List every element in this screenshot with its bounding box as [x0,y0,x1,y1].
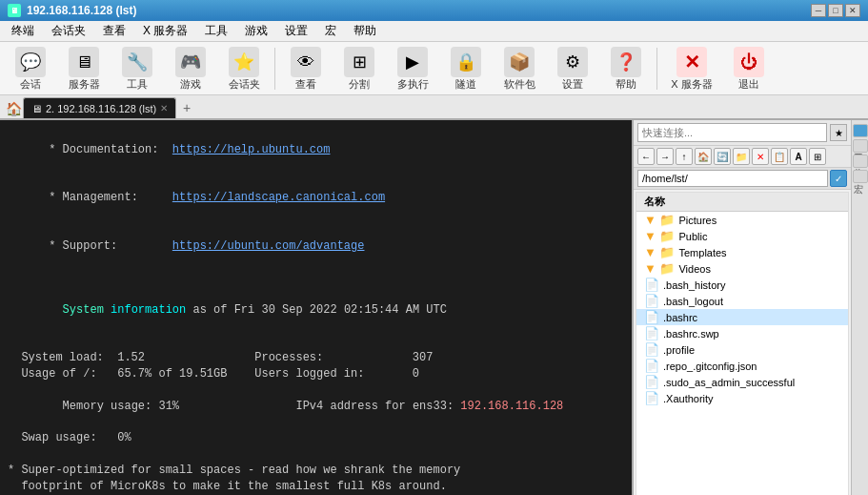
terminal-line: * Super-optimized for small spaces - rea… [8,463,624,479]
menu-tools[interactable]: 工具 [197,21,235,41]
tab-bar: 🏠 🖥 2. 192.168.116.128 (lst) ✕ + [0,95,868,120]
terminal-line: * Management: https://landscape.canonica… [8,174,624,221]
menu-games[interactable]: 游戏 [237,21,275,41]
terminal-line: Memory usage: 31% IPv4 address for ens33… [8,382,624,430]
sessionfolder-icon: ⭐ [229,47,259,77]
file-item-Pictures[interactable]: ▼ 📁 Pictures [636,212,848,228]
right-tab-sessions[interactable]: 会话夹 [853,124,868,137]
file-item-xauthority[interactable]: 📄 .Xauthority [636,390,848,406]
file-name: .bashrc.swp [663,328,840,340]
menu-terminal[interactable]: 终端 [4,21,42,41]
file-name: Pictures [678,215,840,226]
toolbar-view[interactable]: 👁 查看 [281,45,331,93]
toolbar-xserver[interactable]: ✕ X 服务器 [663,45,720,93]
file-item-gitconfig[interactable]: 📄 .repo_.gitconfig.json [636,358,848,374]
file-item-bashrc-swp[interactable]: 📄 .bashrc.swp [636,325,848,341]
toolbar-tunnel[interactable]: 🔒 隧道 [441,45,491,93]
folder-icon: ▼ 📁 [644,213,675,227]
terminal-line: Usage of /: 65.7% of 19.51GB Users logge… [8,366,624,382]
sidebar-path-go-button[interactable]: ✓ [830,170,847,187]
split-icon: ⊞ [344,47,374,77]
toolbar-sessions[interactable]: 💬 会话 [6,45,55,93]
toolbar-settings[interactable]: ⚙ 设置 [548,45,597,93]
file-item-bash-history[interactable]: 📄 .bash_history [636,277,848,293]
nav-delete-button[interactable]: ✕ [752,148,769,165]
nav-up-button[interactable]: ↑ [676,148,693,165]
tab-label: 2. 192.168.116.128 (lst) [46,103,156,114]
sessions-icon: 💬 [15,47,46,77]
nav-home-button[interactable]: 🏠 [695,148,712,165]
tools-icon: 🔧 [122,47,152,77]
toolbar-server-label: 服务器 [69,79,100,90]
menu-settings[interactable]: 设置 [277,21,315,41]
tab-close-button[interactable]: ✕ [160,103,168,113]
toolbar-split[interactable]: ⊞ 分割 [334,45,384,93]
tab-add-button[interactable]: + [176,97,197,118]
nav-newfolder-button[interactable]: 📁 [733,148,750,165]
toolbar-tools[interactable]: 🔧 工具 [112,45,162,93]
quick-connect-input[interactable] [637,123,827,142]
nav-back-button[interactable]: ← [637,148,655,165]
file-icon: 📄 [644,375,659,389]
home-tab-icon[interactable]: 🏠 [4,99,23,118]
file-item-Public[interactable]: ▼ 📁 Public [636,228,848,244]
file-item-Videos[interactable]: ▼ 📁 Videos [636,260,848,277]
toolbar-multiexec[interactable]: ▶ 多执行 [388,45,437,93]
nav-refresh-button[interactable]: 🔄 [714,148,731,165]
menu-sessions[interactable]: 会话夹 [44,21,93,41]
toolbar-tools-label: 工具 [127,79,148,90]
file-item-bashrc[interactable]: 📄 .bashrc [636,309,848,325]
toolbar-split-label: 分割 [349,79,370,90]
file-name: Public [678,231,840,242]
minimize-button[interactable]: ─ [811,4,826,17]
folder-icon: ▼ 📁 [644,261,675,276]
menu-help[interactable]: 帮助 [346,21,384,41]
nav-clipboard-button[interactable]: 📋 [771,148,788,165]
right-tab-tools[interactable]: 工具 [853,139,868,153]
file-item-bash-logout[interactable]: 📄 .bash_logout [636,293,848,309]
tab-session-1[interactable]: 🖥 2. 192.168.116.128 (lst) ✕ [23,97,176,118]
file-name: .profile [663,344,840,356]
folder-icon: ▼ 📁 [644,229,675,243]
sidebar-toolbar: ← → ↑ 🏠 🔄 📁 ✕ 📋 A ⊞ [634,146,851,168]
terminal-line [8,334,624,350]
close-button[interactable]: ✕ [845,4,860,17]
file-name: Videos [678,263,840,275]
file-icon: 📄 [644,342,659,357]
bookmark-icon[interactable]: ★ [830,124,847,141]
help-icon: ❓ [611,47,641,77]
sidebar: ★ ← → ↑ 🏠 🔄 📁 ✕ 📋 A ⊞ ✓ 名称 ▼ 📁 [632,120,851,495]
toolbar-sessions-label: 会话 [20,79,41,90]
right-tab-favorites[interactable]: 收藏 [853,155,868,168]
toolbar-quit[interactable]: ⏻ 退出 [724,45,774,93]
toolbar-packages[interactable]: 📦 软件包 [495,45,544,93]
toolbar-help[interactable]: ❓ 帮助 [601,45,651,93]
file-list-header: 名称 [636,193,848,212]
file-item-sudo[interactable]: 📄 .sudo_as_admin_successful [636,374,848,390]
sidebar-path-input[interactable] [637,170,828,187]
terminal[interactable]: * Documentation: https://help.ubuntu.com… [0,120,632,495]
right-tabs: 会话夹 工具 收藏 宏 sftp [851,120,868,495]
toolbar-help-label: 帮助 [616,79,636,90]
maximize-button[interactable]: □ [828,4,843,17]
file-item-profile[interactable]: 📄 .profile [636,341,848,358]
file-icon: 📄 [644,310,659,324]
menu-xserver[interactable]: X 服务器 [135,21,195,41]
toolbar-multiexec-label: 多执行 [397,79,429,90]
file-item-Templates[interactable]: ▼ 📁 Templates [636,244,848,260]
tab-icon: 🖥 [31,103,42,114]
terminal-line: Swap usage: 0% [8,430,624,446]
nav-view-button[interactable]: ⊞ [809,148,826,165]
terminal-line: footprint of MicroK8s to make it the sma… [8,479,624,495]
window-title: 192.168.116.128 (lst) [27,4,136,17]
menu-view[interactable]: 查看 [95,21,133,41]
nav-forward-button[interactable]: → [656,148,674,165]
right-tab-macro[interactable]: 宏 [853,170,868,183]
toolbar-server[interactable]: 🖥 服务器 [59,45,109,93]
file-name: .bash_logout [663,296,840,307]
menu-macro[interactable]: 宏 [317,21,344,41]
toolbar-sessionfolder[interactable]: ⭐ 会话夹 [219,45,269,93]
toolbar-games[interactable]: 🎮 游戏 [166,45,215,93]
nav-filter-button[interactable]: A [790,148,807,165]
toolbar-packages-label: 软件包 [504,79,535,90]
